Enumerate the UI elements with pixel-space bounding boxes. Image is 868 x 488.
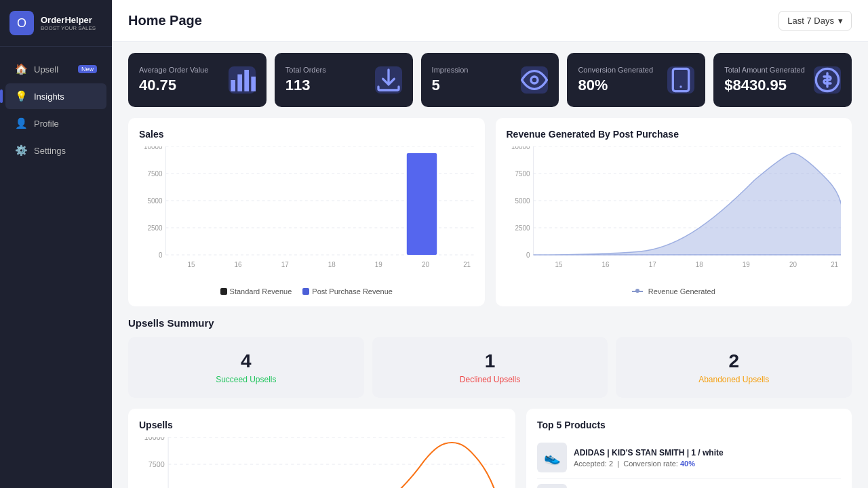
stat-value: 80% [578, 77, 653, 94]
stat-conversion: Conversion Generated 80% [567, 53, 705, 107]
logo-text: OrderHelper BOOST YOUR SALES [41, 15, 96, 32]
product-thumbnail: 👟 [537, 443, 567, 472]
svg-text:20: 20 [422, 261, 429, 268]
content-area: Average Order Value 40.75 Total Orders 1… [112, 42, 868, 488]
svg-text:7500: 7500 [149, 461, 165, 468]
svg-text:15: 15 [187, 261, 195, 268]
page-title: Home Page [128, 13, 202, 28]
stat-value: $8430.95 [724, 77, 805, 94]
sales-chart-area: 0 2500 5000 7500 10000 15 16 17 18 19 20… [139, 146, 474, 282]
svg-text:20: 20 [789, 261, 796, 268]
stat-label: Impression [432, 66, 469, 74]
stat-label: Average Order Value [139, 66, 208, 74]
stat-label: Total Orders [285, 66, 326, 74]
svg-text:7500: 7500 [515, 170, 530, 178]
svg-text:21: 21 [463, 261, 471, 268]
sales-chart-card: Sales 0 2500 5000 7500 [128, 118, 485, 306]
sales-chart-title: Sales [139, 129, 474, 140]
sidebar-item-profile[interactable]: 👤 Profile [5, 110, 106, 136]
svg-text:18: 18 [695, 261, 703, 268]
product-stats: Accepted: 2 | Conversion rate: 40% [574, 460, 841, 468]
upsells-summary-row: 4 Succeed Upsells 1 Declined Upsells 2 A… [128, 337, 852, 398]
profile-icon: 👤 [15, 117, 27, 129]
svg-rect-26 [407, 153, 437, 255]
svg-text:0: 0 [526, 251, 530, 259]
svg-rect-3 [251, 77, 256, 92]
declined-upsells-card: 1 Declined Upsells [372, 337, 608, 398]
stat-impression: Impression 5 [421, 53, 559, 107]
product-info: ADIDAS | KID'S STAN SMITH | 1 / white Ac… [574, 448, 841, 468]
legend-revenue: Revenue Generated [632, 287, 715, 296]
upsells-chart-svg: 0 2500 5000 7500 10000 [139, 437, 505, 488]
stat-total-amount: Total Amount Generated $8430.95 [713, 53, 852, 107]
upsells-chart-title: Upsells [139, 420, 505, 430]
legend-dot-standard [220, 288, 227, 295]
abandoned-upsells-card: 2 Abandoned Upsells [616, 337, 852, 398]
insights-icon: 💡 [15, 90, 27, 102]
active-indicator [0, 89, 3, 103]
chevron-down-icon: ▾ [838, 16, 843, 26]
sidebar-nav: 🏠 Upsell New 💡 Insights 👤 Profile ⚙️ Set… [0, 47, 112, 488]
new-badge: New [78, 65, 97, 73]
svg-text:16: 16 [235, 261, 242, 268]
svg-text:17: 17 [281, 261, 289, 268]
abandoned-count: 2 [627, 350, 841, 372]
product-thumbnail: 👟 [537, 484, 567, 488]
logo: O OrderHelper BOOST YOUR SALES [0, 0, 112, 47]
stat-total-orders: Total Orders 113 [275, 53, 413, 107]
revenue-chart-title: Revenue Generated By Post Purchase [507, 129, 842, 140]
svg-text:0: 0 [159, 251, 163, 259]
stat-value: 5 [432, 77, 469, 94]
top-products-card: Top 5 Products 👟 ADIDAS | KID'S STAN SMI… [526, 409, 852, 488]
revenue-chart-card: Revenue Generated By Post Purchase 0 250… [496, 118, 852, 306]
dollar-icon [814, 66, 841, 94]
stat-avg-order: Average Order Value 40.75 [128, 53, 267, 107]
succeed-upsells-card: 4 Succeed Upsells [128, 337, 364, 398]
list-item: 👟 ADIDAS | SUPERSTAR 80S | 5 / white Acc… [537, 479, 841, 488]
svg-text:5000: 5000 [515, 197, 530, 205]
declined-count: 1 [383, 350, 597, 372]
sidebar-item-insights[interactable]: 💡 Insights [5, 83, 106, 109]
mobile-icon [667, 66, 694, 94]
page-header: Home Page Last 7 Days ▾ [112, 0, 868, 42]
upsells-summary-title: Upsells Summury [128, 317, 852, 329]
svg-rect-0 [231, 80, 235, 92]
bottom-row: Upsells 0 2500 5000 7500 10000 [112, 409, 868, 488]
svg-text:18: 18 [328, 261, 336, 268]
svg-text:17: 17 [648, 261, 656, 268]
svg-text:2500: 2500 [148, 224, 163, 232]
product-name: ADIDAS | KID'S STAN SMITH | 1 / white [574, 448, 841, 458]
conversion-rate: 40% [680, 460, 695, 468]
legend-dot-post [302, 288, 309, 295]
sidebar-item-settings[interactable]: ⚙️ Settings [5, 138, 106, 163]
revenue-chart-area: 0 2500 5000 7500 10000 15 16 17 18 19 20… [507, 146, 842, 282]
succeed-label: Succeed Upsells [139, 375, 353, 384]
stats-row: Average Order Value 40.75 Total Orders 1… [112, 42, 868, 118]
sidebar: O OrderHelper BOOST YOUR SALES 🏠 Upsell … [0, 0, 112, 488]
eye-icon [521, 66, 548, 94]
svg-rect-5 [673, 68, 689, 91]
logo-icon: O [9, 11, 34, 35]
succeed-count: 4 [139, 350, 353, 372]
main-content: Home Page Last 7 Days ▾ Average Order Va… [112, 0, 868, 488]
legend-line-revenue [632, 291, 643, 292]
stat-label: Total Amount Generated [724, 66, 805, 74]
top-products-title: Top 5 Products [537, 420, 841, 430]
svg-point-4 [531, 77, 538, 83]
stat-label: Conversion Generated [578, 66, 653, 74]
svg-text:10000: 10000 [144, 437, 165, 441]
date-filter[interactable]: Last 7 Days ▾ [778, 11, 852, 30]
sales-chart-svg: 0 2500 5000 7500 10000 15 16 17 18 19 20… [139, 146, 474, 282]
upsells-chart-card: Upsells 0 2500 5000 7500 10000 [128, 409, 515, 488]
upsells-chart-area: 0 2500 5000 7500 10000 [139, 437, 505, 488]
revenue-chart-legend: Revenue Generated [507, 287, 842, 296]
legend-standard: Standard Revenue [220, 287, 292, 296]
svg-text:16: 16 [601, 261, 609, 268]
svg-rect-1 [237, 75, 242, 92]
sidebar-item-upsell[interactable]: 🏠 Upsell New [5, 56, 106, 82]
svg-text:10000: 10000 [511, 146, 530, 150]
list-item: 👟 ADIDAS | KID'S STAN SMITH | 1 / white … [537, 437, 841, 479]
svg-rect-2 [244, 70, 249, 92]
abandoned-label: Abandoned Upsells [627, 375, 841, 384]
svg-text:5000: 5000 [148, 197, 163, 205]
